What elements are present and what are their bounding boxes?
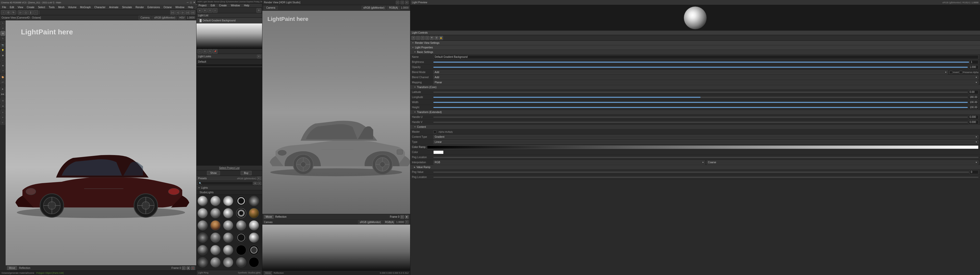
menu-minimize[interactable]: ─ [187,1,189,4]
preset-item-29[interactable] [249,257,259,267]
render-camera-label[interactable]: Camera [264,6,278,9]
camera-selector[interactable]: Camera [138,16,151,20]
preset-item-2[interactable] [223,196,233,206]
tool-rotate2[interactable]: ↻ [0,36,5,41]
hdr-scale-btn[interactable]: ⊡ [203,49,207,54]
hdr-tool-5[interactable]: ☰ [256,8,261,13]
menu-select[interactable]: Select [37,6,46,9]
tool-spline[interactable]: ~ [0,58,5,63]
mapping-dropdown[interactable]: Planar ▼ [433,81,978,85]
menu-character[interactable]: Character [94,6,107,9]
color-ramp-bar[interactable] [427,145,978,149]
height-value[interactable]: 100.00 [968,106,978,109]
play-play[interactable]: ▷ [180,10,185,15]
type-dropdown[interactable]: Linear ▼ [433,140,978,144]
preset-item-8[interactable] [236,208,246,218]
pegvalue-slider[interactable] [433,172,969,173]
longitude-value[interactable]: 180.00 [968,95,978,99]
tool-select[interactable]: ▷ [18,10,23,15]
tool-arrow[interactable]: ↖ [0,21,5,25]
default-gradient-bg-item[interactable]: Default Gradient Background [197,18,262,24]
props-colorspace[interactable]: sRGB (glbMonitor) [942,1,961,4]
latitude-slider[interactable] [433,92,968,93]
preset-item-16[interactable] [210,232,221,243]
hdr-menu-create[interactable]: Create [218,4,228,7]
cinema-viewport[interactable]: LightPaint here Move Reflection Frame 0 … [6,21,196,270]
canvas-colorspace[interactable]: sRGB (glbMonitor) [358,220,383,224]
tool-python[interactable]: P [0,115,5,120]
tool-nurbs[interactable]: ◉ [0,63,5,68]
preset-item-18[interactable] [236,232,246,243]
play-btn-bar[interactable]: ▷ [182,266,186,270]
menu-volume[interactable]: Volume [67,6,77,9]
tool-poly2[interactable]: ◼ [0,53,5,58]
preset-item-10[interactable] [197,220,208,231]
menu-animate[interactable]: Animate [108,6,119,9]
preset-item-17[interactable] [223,232,233,243]
preset-item-20[interactable] [197,245,208,255]
preset-item-15[interactable] [197,232,208,243]
width-slider[interactable] [433,102,968,103]
brightness-slider[interactable] [433,62,969,63]
menu-window[interactable]: Window [174,6,186,9]
play-next[interactable]: ▷| [186,10,190,15]
preset-item-26[interactable] [210,257,221,267]
hdr-menu-edit[interactable]: Edit [210,4,216,7]
presets-colorspace[interactable]: sRGB (glbMonitor) [237,177,256,180]
color-space-selector[interactable]: sRGB (glbMonitor) [152,16,177,20]
name-value[interactable]: Default Gradient Background [433,55,978,59]
render-minimize[interactable]: ─ [396,1,399,4]
master-checkbox[interactable] [433,130,436,133]
render-play[interactable]: ▷ [401,215,404,219]
preset-item-28[interactable] [236,257,246,267]
pegvalue-value[interactable]: 0 [969,170,978,174]
display-mode-selector[interactable]: HSV [178,16,186,20]
lc-remove[interactable]: - [416,36,420,40]
render-colorspace[interactable]: sRGB (glbMonitor) [362,6,387,9]
tool-tag[interactable]: 🏷 [0,80,5,85]
tool-sky[interactable]: ☁ [0,103,5,108]
buy-btn[interactable]: Buy [241,171,251,175]
preset-item-13[interactable] [236,220,246,231]
default-light-item[interactable]: Default [197,59,262,65]
canvas-reflection-label[interactable]: Reflection [274,272,284,274]
menu-file[interactable]: File [1,6,7,9]
tool-xpresso[interactable]: X [0,110,5,115]
preset-search[interactable]: 🔍 [197,182,253,185]
hdr-tool-4[interactable]: ▷ [213,8,218,13]
longitude-slider[interactable] [433,97,968,98]
contenttype-dropdown[interactable]: Gradient ▼ [433,135,978,139]
menu-extensions[interactable]: Extensions [146,6,161,9]
basic-settings-section[interactable]: ▼ Basic Settings [410,50,980,54]
preset-item-4[interactable] [249,196,259,206]
tool-poly[interactable]: ◻ [23,10,28,15]
move-label[interactable]: Move [7,266,17,270]
tool-scale[interactable]: ⊡ [6,10,11,15]
menu-octane[interactable]: Octane [162,6,173,9]
latitude-value[interactable]: 0.00 [968,90,978,94]
lc-down[interactable]: ↓ [425,36,429,40]
tool-floor[interactable]: ⊟ [0,98,5,103]
preset-item-7[interactable] [223,208,233,218]
tool-rotate[interactable]: ↻ [11,10,16,15]
lc-settings[interactable]: ⚙ [434,36,438,40]
handle-u-slider[interactable] [433,117,968,118]
transform-extended-section[interactable]: ▼ Transform (Extended) [410,110,980,115]
tool-coffeescript[interactable]: C [0,120,5,125]
content-section[interactable]: ▼ Content [410,125,980,130]
preset-item-24[interactable] [249,245,259,255]
preset-filter[interactable]: ≡ [258,182,261,185]
resize-handle[interactable] [197,66,262,67]
preset-item-14[interactable] [249,220,259,231]
preset-item-9[interactable] [249,208,259,218]
menu-mesh[interactable]: Mesh [57,6,65,9]
show-btn[interactable]: Show [207,171,220,175]
preset-item-22[interactable] [223,245,233,255]
lc-eye[interactable]: 👁 [430,36,434,40]
tool-light[interactable]: 💡 [0,48,5,52]
render-viewport[interactable]: LightPaint here [262,11,410,214]
render-view-settings-section[interactable]: ▼ Render View Settings [410,41,980,45]
tool-material[interactable]: 🎨 [0,75,5,79]
preset-item-3[interactable] [236,196,246,206]
opacity-slider[interactable] [433,67,968,68]
